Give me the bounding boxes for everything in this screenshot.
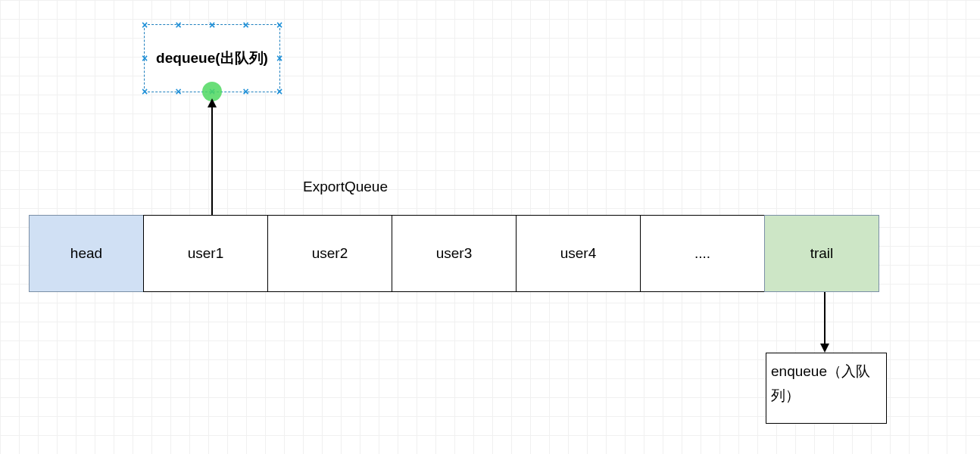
- dequeue-label: dequeue(出队列): [156, 48, 268, 68]
- arrow-dequeue-line: [211, 106, 213, 215]
- queue-trail-label: trail: [810, 245, 834, 262]
- arrow-dequeue-head: [208, 98, 217, 107]
- enqueue-box[interactable]: enqueue（入队列）: [766, 353, 887, 424]
- queue-cell[interactable]: user3: [392, 215, 517, 292]
- queue-cell-label: user1: [188, 245, 224, 262]
- arrow-enqueue-line: [824, 292, 826, 345]
- queue-cell-label: user4: [560, 245, 597, 262]
- queue-cell[interactable]: user2: [267, 215, 392, 292]
- selection-handle: ×: [208, 20, 217, 30]
- queue-title: ExportQueue: [303, 179, 388, 195]
- selection-handle: ×: [140, 87, 149, 96]
- dequeue-box[interactable]: dequeue(出队列) × × × × × × × × × × × ×: [144, 24, 280, 92]
- selection-handle: ×: [140, 20, 149, 30]
- queue-row: head user1 user2 user3 user4 .... trail: [29, 215, 879, 292]
- queue-cell[interactable]: ....: [640, 215, 765, 292]
- selection-handle: ×: [242, 20, 251, 30]
- queue-cell[interactable]: user1: [143, 215, 268, 292]
- selection-handle: ×: [174, 20, 183, 30]
- selection-handle: ×: [174, 87, 183, 96]
- queue-head-cell[interactable]: head: [29, 215, 144, 292]
- enqueue-label: enqueue（入队列）: [771, 359, 882, 409]
- selection-handle: ×: [140, 54, 149, 63]
- selection-handle: ×: [275, 54, 284, 63]
- selection-handle: ×: [275, 20, 284, 30]
- queue-head-label: head: [70, 245, 102, 262]
- arrow-enqueue-head: [820, 344, 829, 353]
- queue-cell-label: user2: [312, 245, 348, 262]
- queue-cell-label: ....: [694, 245, 710, 262]
- selection-handle: ×: [242, 87, 251, 96]
- queue-cell-label: user3: [436, 245, 473, 262]
- queue-trail-cell[interactable]: trail: [764, 215, 879, 292]
- queue-cell[interactable]: user4: [516, 215, 641, 292]
- selection-handle: ×: [275, 87, 284, 96]
